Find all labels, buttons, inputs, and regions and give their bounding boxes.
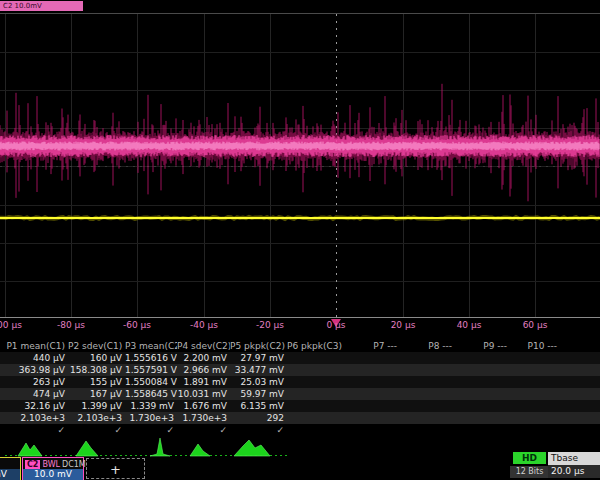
- hd-mode-badge: HD: [513, 452, 546, 464]
- timebase-descriptor[interactable]: Tbase 20.0 µs: [548, 452, 600, 478]
- param-header-cell[interactable]: P2 sdev(C1): [68, 340, 125, 352]
- resolution-bits: 12 Bits: [510, 466, 549, 478]
- param-max-cell: [287, 388, 345, 400]
- param-num-cell: 1.730e+3: [125, 412, 177, 424]
- param-min-cell: 25.03 mV: [230, 376, 287, 388]
- param-max-cell: 59.97 mV: [230, 388, 287, 400]
- param-num-cell: [345, 412, 400, 424]
- param-mean-cell: [345, 364, 400, 376]
- param-status-cell: [510, 424, 560, 436]
- c2-coupling: DC1M: [62, 460, 86, 469]
- time-axis-label: 40 µs: [437, 320, 501, 330]
- param-header-cell[interactable]: P1 mean(C1): [0, 340, 68, 352]
- param-min-cell: [510, 376, 560, 388]
- param-status-cell: ✓: [230, 424, 287, 436]
- param-status-cell: [455, 424, 510, 436]
- param-mean-cell: [455, 364, 510, 376]
- param-min-cell: [345, 376, 400, 388]
- param-value-cell: 2.200 mV: [177, 352, 230, 364]
- param-header-cell[interactable]: P10 ---: [510, 340, 560, 352]
- param-value-cell: 1.555616 V: [125, 352, 177, 364]
- param-max-cell: [400, 388, 455, 400]
- param-min-cell: [400, 376, 455, 388]
- param-sdev-cell: 32.16 µV: [0, 400, 68, 412]
- param-header-cell[interactable]: P9 ---: [455, 340, 510, 352]
- param-status-cell: ✓: [177, 424, 230, 436]
- param-status-cell: [400, 424, 455, 436]
- param-sdev-cell: 1.676 mV: [177, 400, 230, 412]
- param-header-cell[interactable]: P5 pkpk(C2): [230, 340, 287, 352]
- param-header-cell[interactable]: P4 sdev(C2): [177, 340, 230, 352]
- param-num-cell: [455, 412, 510, 424]
- param-status-cell: ✓: [125, 424, 177, 436]
- time-axis-label: 20 µs: [371, 320, 435, 330]
- param-num-cell: 1.730e+3: [177, 412, 230, 424]
- c1-scale: 10.0 mV: [0, 469, 20, 480]
- c2-bwl-tag: BWL: [42, 460, 60, 469]
- param-max-cell: 167 µV: [68, 388, 125, 400]
- param-max-cell: 1.558645 V: [125, 388, 177, 400]
- param-num-cell: 2.103e+3: [0, 412, 68, 424]
- param-mean-cell: 2.966 mV: [177, 364, 230, 376]
- param-mean-cell: [287, 364, 345, 376]
- measurement-table: P1 mean(C1)P2 sdev(C1)P3 mean(C2)P4 sdev…: [0, 340, 600, 436]
- param-status-cell: ✓: [68, 424, 125, 436]
- param-sdev-cell: [455, 400, 510, 412]
- histicon-strip: [0, 436, 295, 457]
- param-sdev-cell: 6.135 mV: [230, 400, 287, 412]
- waveform-grid[interactable]: [0, 13, 600, 318]
- param-value-cell: 160 µV: [68, 352, 125, 364]
- channel-c1-descriptor[interactable]: C1 DC1M 10.0 mV: [0, 457, 21, 480]
- param-sdev-cell: [400, 400, 455, 412]
- param-value-cell: [400, 352, 455, 364]
- param-max-cell: [455, 388, 510, 400]
- param-max-cell: [510, 388, 560, 400]
- c2-label: C2: [25, 460, 40, 469]
- param-max-cell: 10.031 mV: [177, 388, 230, 400]
- param-value-cell: 440 µV: [0, 352, 68, 364]
- time-axis-label: -40 µs: [172, 320, 236, 330]
- param-header-cell[interactable]: P8 ---: [400, 340, 455, 352]
- param-min-cell: 155 µV: [68, 376, 125, 388]
- param-value-cell: 27.97 mV: [230, 352, 287, 364]
- param-value-cell: [510, 352, 560, 364]
- time-axis: -100 µs-80 µs-60 µs-40 µs-20 µs0 µs20 µs…: [0, 320, 600, 334]
- param-min-cell: [455, 376, 510, 388]
- param-status-cell: [287, 424, 345, 436]
- param-mean-cell: 1.557591 V: [125, 364, 177, 376]
- param-min-cell: 1.891 mV: [177, 376, 230, 388]
- param-num-cell: 292: [230, 412, 287, 424]
- param-header-cell[interactable]: P7 ---: [345, 340, 400, 352]
- channel-c2-descriptor[interactable]: C2 BWL DC1M 10.0 mV: [22, 457, 84, 480]
- param-num-cell: 2.103e+3: [68, 412, 125, 424]
- param-header-cell[interactable]: P6 pkpk(C3): [287, 340, 345, 352]
- param-max-cell: [345, 388, 400, 400]
- param-mean-cell: 33.477 mV: [230, 364, 287, 376]
- param-mean-cell: [510, 364, 560, 376]
- param-mean-cell: 363.98 µV: [0, 364, 68, 376]
- param-num-cell: [400, 412, 455, 424]
- param-min-cell: 1.550084 V: [125, 376, 177, 388]
- time-axis-label: -100 µs: [0, 320, 37, 330]
- time-axis-label: -20 µs: [238, 320, 302, 330]
- param-header-cell[interactable]: P3 mean(C2): [125, 340, 177, 352]
- param-value-cell: [455, 352, 510, 364]
- param-sdev-cell: 1.399 µV: [68, 400, 125, 412]
- param-mean-cell: 158.308 µV: [68, 364, 125, 376]
- param-min-cell: 263 µV: [0, 376, 68, 388]
- param-status-cell: [345, 424, 400, 436]
- oscilloscope-screen: C2 10.0mV -100 µs-80 µs-60 µs-40 µs-20 µ…: [0, 0, 600, 480]
- param-sdev-cell: [345, 400, 400, 412]
- param-value-cell: [345, 352, 400, 364]
- timebase-value: 20.0 µs: [548, 465, 600, 478]
- time-axis-label: -60 µs: [105, 320, 169, 330]
- param-num-cell: [510, 412, 560, 424]
- timebase-label: Tbase: [548, 452, 600, 465]
- param-sdev-cell: [510, 400, 560, 412]
- add-trace-button[interactable]: +: [86, 458, 145, 479]
- param-sdev-cell: 1.339 mV: [125, 400, 177, 412]
- param-value-cell: [287, 352, 345, 364]
- time-axis-label: 60 µs: [503, 320, 567, 330]
- active-trace-badge[interactable]: C2 10.0mV: [0, 1, 83, 11]
- param-max-cell: 474 µV: [0, 388, 68, 400]
